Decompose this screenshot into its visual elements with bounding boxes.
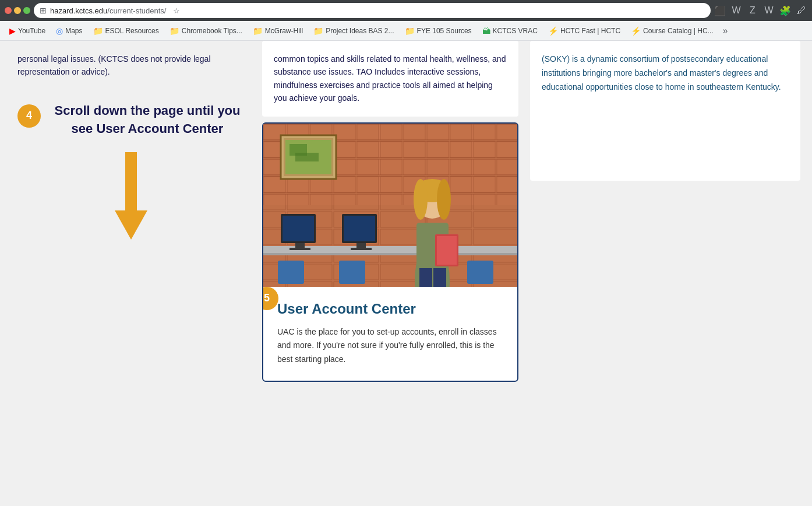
bookmark-maps[interactable]: ◎ Maps [51,24,87,38]
svg-rect-23 [344,216,375,241]
scroll-down-arrow [115,152,147,240]
svg-rect-11 [295,153,319,161]
bookmark-fye[interactable]: 📁 FYE 105 Sources [400,24,476,38]
uac-image [263,124,517,287]
bookmark-mcgraw-label: McGraw-Hill [265,27,303,35]
bookmark-fye-label: FYE 105 Sources [417,27,472,35]
maps-icon: ◎ [56,26,63,36]
extension-icon-2[interactable]: W [730,5,742,16]
folder-icon-esol: 📁 [93,26,103,36]
url-domain: hazard.kctcs.edu [50,6,107,15]
extension-icon-6[interactable]: 🖊 [796,5,807,16]
bookmark-esol-label: ESOL Resources [105,27,159,35]
bookmark-kctcs-label: KCTCS VRAC [493,27,538,35]
consortium-card: (SOKY) is a dynamic consortium of postse… [530,41,800,181]
close-button[interactable] [5,7,12,14]
url-display: hazard.kctcs.edu/current-students/ [50,6,166,15]
bookmark-hctc[interactable]: ⚡ HCTC Fast | HCTC [543,24,625,38]
main-content: personal legal issues. (KCTCS does not p… [0,41,812,506]
hctc-icon: ⚡ [548,26,558,36]
brick-wall-svg [263,124,517,287]
extension-icon-4[interactable]: W [763,5,775,16]
folder-icon-mcgraw: 📁 [253,26,263,36]
url-path: /current-students/ [107,6,166,15]
svg-rect-19 [283,216,314,241]
svg-rect-17 [263,253,517,255]
extension-icon-5[interactable]: 🧩 [779,5,791,16]
bookmark-catalog-label: Course Catalog | HC... [643,27,714,35]
extension-icon-3[interactable]: Z [747,5,758,16]
svg-rect-51 [433,268,446,287]
svg-rect-50 [419,268,432,287]
svg-rect-38 [339,261,365,284]
grid-icon: ⊞ [40,6,47,15]
svg-rect-56 [437,236,457,265]
uac-card-description: UAC is the place for you to set-up accou… [277,325,503,367]
bookmark-youtube[interactable]: ▶ YouTube [5,24,50,38]
bookmark-catalog[interactable]: ⚡ Course Catalog | HC... [626,24,718,38]
catalog-icon: ⚡ [631,26,641,36]
svg-rect-20 [295,243,305,248]
window-controls [5,7,30,14]
step4-badge: 4 [17,104,41,128]
bookmark-chromebook[interactable]: 📁 Chromebook Tips... [165,24,247,38]
arrow-head [115,210,147,240]
uac-card-title: User Account Center [277,301,503,317]
minimize-button[interactable] [14,7,21,14]
left-panel: personal legal issues. (KCTCS does not p… [0,41,262,506]
maximize-button[interactable] [23,7,30,14]
extension-icon-1[interactable]: ⬛ [714,5,726,16]
bookmarks-more-button[interactable]: » [719,23,732,38]
step4-block: 4 Scroll down the page until you see Use… [17,102,245,138]
arrow-shaft [125,152,137,210]
bookmarks-bar: ▶ YouTube ◎ Maps 📁 ESOL Resources 📁 Chro… [0,21,812,41]
bookmark-esol[interactable]: 📁 ESOL Resources [89,24,164,38]
svg-rect-37 [278,261,304,284]
folder-icon-fye: 📁 [405,26,415,36]
svg-rect-39 [467,261,493,284]
legal-text: personal legal issues. (KCTCS does not p… [17,52,245,79]
bookmark-project-label: Project Ideas BAS 2... [326,27,394,35]
svg-point-47 [414,179,428,220]
folder-icon-project: 📁 [313,26,323,36]
uac-card-content: User Account Center UAC is the place for… [263,287,517,381]
browser-chrome: ⊞ hazard.kctcs.edu/current-students/ ☆ ⬛… [0,0,812,21]
bookmark-kctcs[interactable]: 🏔 KCTCS VRAC [478,24,542,38]
bookmark-star-icon[interactable]: ☆ [173,6,180,15]
youtube-icon: ▶ [9,26,16,36]
bookmark-maps-label: Maps [65,27,82,35]
tao-card: common topics and skills related to ment… [262,41,518,117]
tao-card-text: common topics and skills related to ment… [274,52,507,105]
scroll-arrow-container [115,149,147,243]
bookmark-mcgraw[interactable]: 📁 McGraw-Hill [248,24,308,38]
uac-card[interactable]: 5 [262,122,518,382]
address-bar[interactable]: ⊞ hazard.kctcs.edu/current-students/ ☆ [34,3,711,18]
svg-rect-25 [351,248,372,250]
svg-point-48 [437,179,451,220]
bookmark-project[interactable]: 📁 Project Ideas BAS 2... [309,24,398,38]
svg-rect-21 [290,248,310,250]
svg-rect-24 [356,243,366,248]
middle-panel: common topics and skills related to ment… [262,41,530,506]
bookmark-hctc-label: HCTC Fast | HCTC [560,27,620,35]
right-panel: (SOKY) is a dynamic consortium of postse… [530,41,812,506]
bookmark-youtube-label: YouTube [18,27,45,35]
consortium-text: (SOKY) is a dynamic consortium of postse… [542,52,789,94]
folder-icon-chromebook: 📁 [170,26,179,36]
step4-instruction: Scroll down the page until you see User … [50,102,245,138]
browser-action-buttons: ⬛ W Z W 🧩 🖊 [714,5,807,16]
bookmark-chromebook-label: Chromebook Tips... [182,27,242,35]
kctcs-icon: 🏔 [482,26,490,36]
